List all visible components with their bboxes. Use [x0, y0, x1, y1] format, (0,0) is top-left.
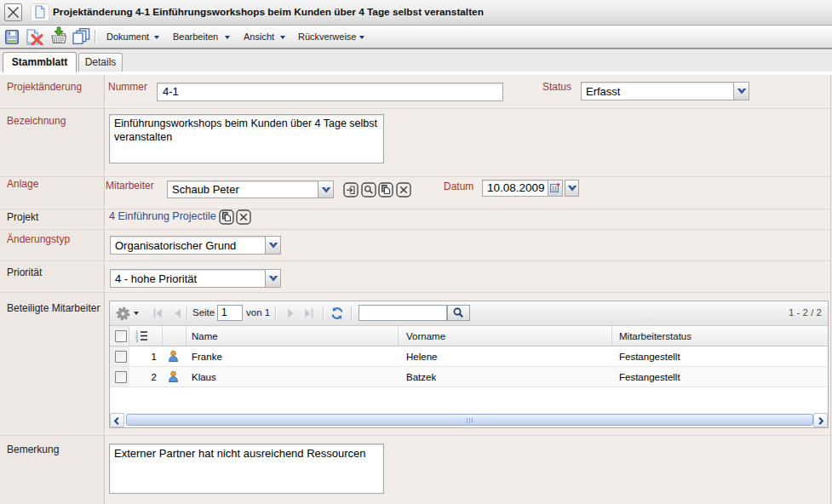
svg-text:3: 3: [135, 338, 138, 342]
